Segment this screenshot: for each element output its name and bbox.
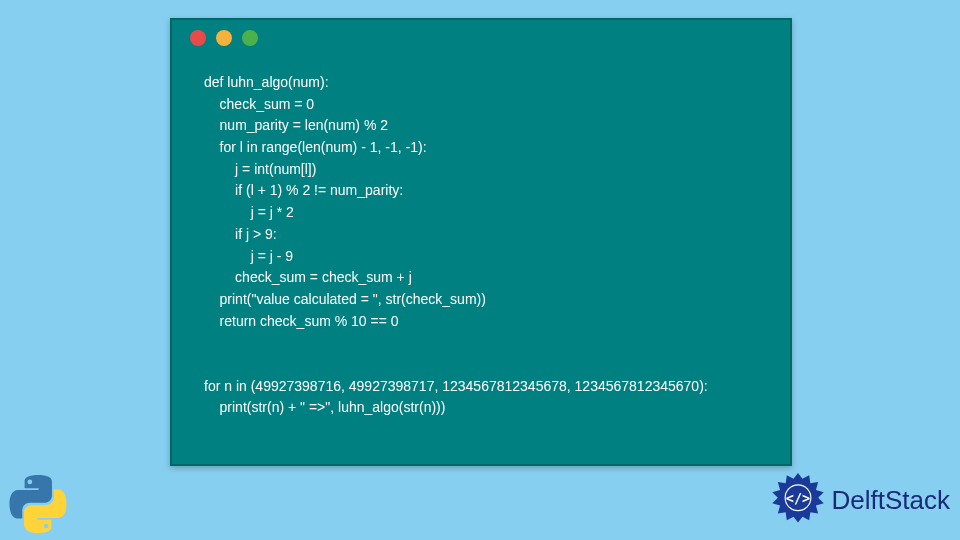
code-window: def luhn_algo(num): check_sum = 0 num_pa… xyxy=(170,18,792,466)
brand-name: DelftStack xyxy=(832,485,951,516)
window-titlebar xyxy=(172,20,790,56)
minimize-dot-icon xyxy=(216,30,232,46)
brand-badge: </> DelftStack xyxy=(770,472,951,528)
close-dot-icon xyxy=(190,30,206,46)
code-content: def luhn_algo(num): check_sum = 0 num_pa… xyxy=(172,56,790,431)
python-logo-icon xyxy=(6,472,70,536)
svg-text:</>: </> xyxy=(785,491,809,506)
brand-gear-icon: </> xyxy=(770,472,826,528)
zoom-dot-icon xyxy=(242,30,258,46)
